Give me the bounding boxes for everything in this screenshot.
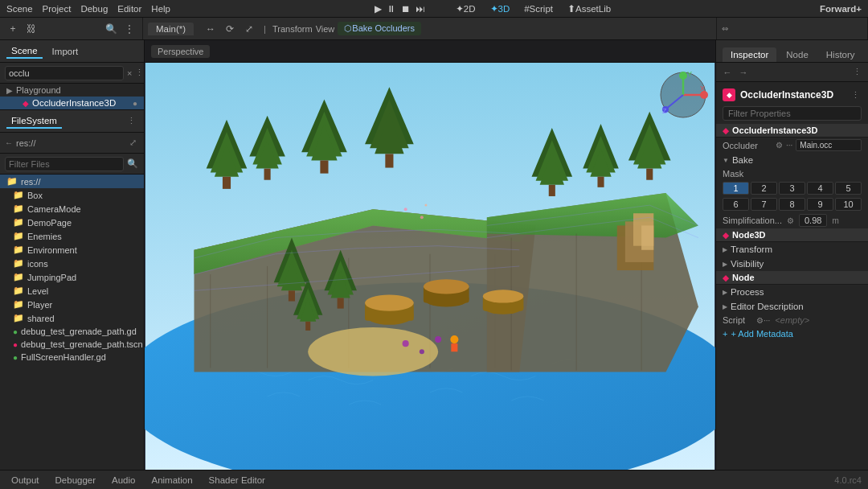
nav-forward-btn[interactable]: → (737, 66, 750, 79)
svg-text:Z: Z (662, 107, 667, 115)
fs-expand-btn[interactable]: ⤢ (126, 137, 139, 150)
fs-item-jumpingpad[interactable]: 📁 JumpingPad (0, 270, 144, 284)
insp-node-options-btn[interactable]: ⋮ (849, 88, 862, 101)
viewport-tool-2[interactable]: ⟳ (222, 21, 238, 37)
svg-rect-39 (320, 160, 328, 173)
play-btn[interactable]: ▶ (375, 3, 382, 14)
insp-bake-section[interactable]: ▼ Bake (716, 153, 868, 167)
search-clear-btn[interactable]: × (127, 67, 132, 80)
mask-cell-5[interactable]: 5 (835, 182, 862, 195)
insp-transform[interactable]: ▶ Transform (716, 242, 868, 257)
view-menu[interactable]: View (316, 24, 335, 34)
tab-inspector[interactable]: Inspector (723, 47, 776, 62)
fs-item-root[interactable]: 📁 res:// (0, 175, 144, 188)
menu-help[interactable]: Help (151, 4, 170, 14)
gd-icon-2: ● (13, 353, 18, 362)
stop-btn[interactable]: ⏹ (401, 4, 411, 14)
insp-filter-input[interactable] (723, 106, 862, 121)
visibility-label: Visibility (731, 259, 764, 269)
fs-item-level[interactable]: 📁 Level (0, 284, 144, 298)
mask-cell-9[interactable]: 9 (807, 198, 833, 211)
simp-value[interactable]: 0.98 (799, 214, 827, 227)
filesystem-tab[interactable]: FileSystem (6, 114, 62, 129)
fs-item-environment[interactable]: 📁 Environment (0, 243, 144, 257)
renderer-label: Forward+ (820, 4, 862, 14)
inspector-toolbar: ⇔ (717, 18, 868, 39)
menu-project[interactable]: Project (43, 4, 72, 14)
mask-cell-8[interactable]: 8 (779, 198, 805, 211)
scene-tree: Scene Import × ⋮ ▶ Playground ◆ Occluder… (0, 40, 144, 110)
perspective-label[interactable]: Perspective (151, 45, 210, 58)
mask-cell-7[interactable]: 7 (751, 198, 777, 211)
btn-script[interactable]: #Script (519, 3, 558, 14)
svg-rect-27 (641, 225, 653, 249)
bottom-bar: Output Debugger Audio Animation Shader E… (0, 470, 868, 489)
btn-3d[interactable]: ✦3D (485, 2, 515, 15)
fs-back-icon[interactable]: ← (5, 138, 13, 147)
mask-cell-2[interactable]: 2 (751, 182, 777, 195)
insp-filter-row (716, 105, 868, 124)
viewport-tool-1[interactable]: ↔ (203, 21, 219, 37)
btn-2d[interactable]: ✦2D (451, 2, 481, 15)
insp-visibility[interactable]: ▶ Visibility (716, 257, 868, 271)
btn-assetlib[interactable]: ⬆AssetLib (563, 2, 616, 15)
folder-icon: 📁 (13, 272, 24, 282)
fs-item-debug-gd[interactable]: ● debug_test_grenade_path.gd (0, 325, 144, 338)
tab-audio[interactable]: Audio (107, 474, 140, 487)
scene-tab[interactable]: Scene (6, 44, 43, 59)
nav-back-btn[interactable]: ← (721, 66, 734, 79)
tree-group-playground[interactable]: ▶ Playground (0, 84, 144, 97)
menu-bar: Scene Project Debug Editor Help ▶ ⏸ ⏹ ⏭ … (0, 0, 868, 18)
instance-btn[interactable]: ⛓ (23, 21, 39, 37)
tab-output[interactable]: Output (6, 474, 44, 487)
search-options-btn[interactable]: ⋮ (135, 67, 144, 80)
fs-item-cameramode[interactable]: 📁 CameraMode (0, 202, 144, 216)
insp-process[interactable]: ▶ Process (716, 285, 868, 299)
fs-item-enemies[interactable]: 📁 Enemies (0, 229, 144, 243)
fs-item-box[interactable]: 📁 Box (0, 188, 144, 202)
inspector-more-btn[interactable]: ⋮ (850, 66, 863, 79)
mask-cell-4[interactable]: 4 (807, 182, 833, 195)
insp-node-name: OccluderInstance3D (740, 89, 833, 101)
mask-cell-1[interactable]: 1 (723, 182, 749, 195)
filter-btn[interactable]: 🔍 (103, 21, 119, 37)
import-tab[interactable]: Import (47, 45, 84, 58)
main-scene-tab[interactable]: Main(*) (148, 23, 194, 35)
fs-item-player[interactable]: 📁 Player (0, 298, 144, 311)
tab-history[interactable]: History (818, 47, 863, 62)
fs-item-demopage[interactable]: 📁 DemoPage (0, 216, 144, 229)
transform-menu[interactable]: Transform (272, 24, 313, 34)
fs-item-fullscreen[interactable]: ● FullScreenHandler.gd (0, 351, 144, 364)
pause-btn[interactable]: ⏸ (387, 4, 396, 14)
mask-cell-6[interactable]: 6 (723, 198, 749, 211)
step-btn[interactable]: ⏭ (416, 4, 425, 14)
viewport-tool-3[interactable]: ⤢ (241, 21, 257, 37)
mask-cell-10[interactable]: 10 (835, 198, 862, 211)
svg-point-72 (450, 335, 458, 343)
fs-item-shared[interactable]: 📁 shared (0, 311, 144, 325)
menu-debug[interactable]: Debug (80, 4, 108, 14)
add-metadata-btn[interactable]: + + Add Metadata (716, 327, 868, 341)
fs-filter-options-btn[interactable]: ⋮ (141, 158, 144, 171)
insp-occluder-field[interactable]: Main.occ (796, 139, 862, 151)
tab-animation[interactable]: Animation (146, 474, 197, 487)
scene-search-input[interactable] (5, 66, 124, 80)
center-toolbar: ▶ ⏸ ⏹ ⏭ ✦2D ✦3D #Script ⬆AssetLib (180, 2, 810, 15)
tab-shader-editor[interactable]: Shader Editor (204, 474, 270, 487)
menu-scene[interactable]: Scene (6, 4, 33, 14)
tree-item-occluder[interactable]: ◆ OccluderInstance3D ● (0, 97, 144, 109)
fs-options-btn[interactable]: ⋮ (125, 115, 137, 128)
folder-icon: 📁 (13, 244, 24, 255)
mask-cell-3[interactable]: 3 (779, 182, 805, 195)
bake-occluders-btn[interactable]: ⬡Bake Occluders (338, 22, 421, 35)
insp-editor-desc[interactable]: ▶ Editor Description (716, 299, 868, 314)
fs-item-icons[interactable]: 📁 icons (0, 257, 144, 270)
fs-filter-input[interactable] (5, 157, 124, 171)
folder-icon: 📁 (13, 217, 24, 228)
more-options-btn[interactable]: ⋮ (121, 21, 137, 37)
tab-node[interactable]: Node (778, 47, 817, 62)
menu-editor[interactable]: Editor (117, 4, 141, 14)
fs-item-debug-tscn[interactable]: ● debug_test_grenade_path.tscn (0, 338, 144, 351)
add-node-btn[interactable]: + (5, 21, 21, 37)
tab-debugger[interactable]: Debugger (51, 474, 101, 487)
